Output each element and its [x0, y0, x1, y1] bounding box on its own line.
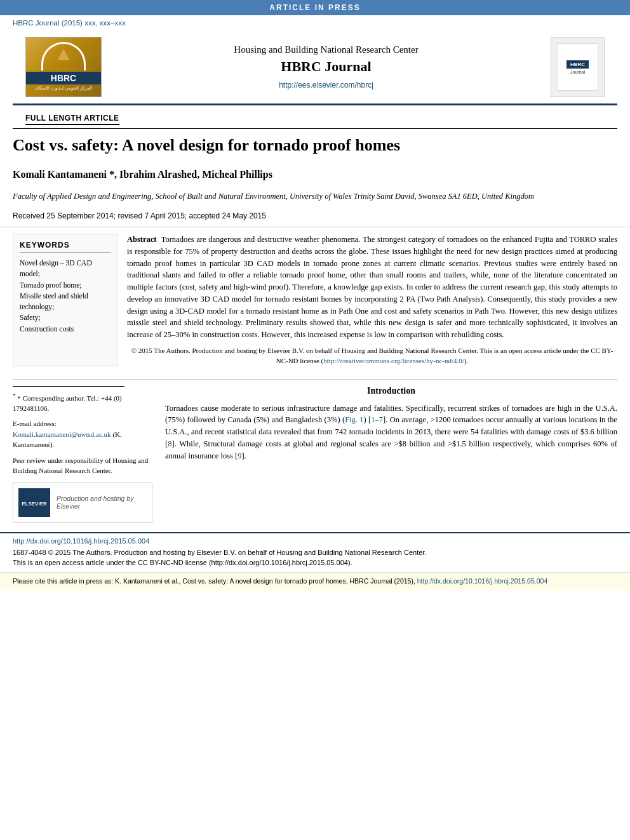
keyword-item: Novel design – 3D CAD model; [20, 258, 111, 280]
footnote-area: * * Corresponding author. Tel.: +44 (0) … [13, 386, 152, 523]
ref1-7-link[interactable]: 1–7 [371, 415, 383, 424]
logo-hbrc-text: HBRC [26, 72, 101, 84]
hbrc-small-label: HBRC [566, 60, 589, 69]
abstract-text: Abstract Tornadoes are dangerous and des… [127, 234, 617, 341]
article-title-section: Cost vs. safety: A novel design for torn… [0, 129, 630, 169]
received-line: Received 25 September 2014; revised 7 Ap… [0, 208, 630, 227]
authors: Komali Kantamaneni *, Ibrahim Alrashed, … [13, 169, 617, 180]
elsevier-caption: Production and hosting by Elsevier [57, 495, 147, 510]
journal-url-link[interactable]: http://ees.elsevier.com/hbrcj [279, 81, 373, 90]
fig1-link[interactable]: Fig. 1 [345, 415, 363, 424]
hbrc-logo-right: HBRC Journal [551, 37, 605, 97]
journal-header: HBRC المركز القومي لبحوث الإسكان Housing… [13, 30, 617, 105]
main-content: KEYWORDS Novel design – 3D CAD model; To… [0, 227, 630, 373]
bottom-doi-link[interactable]: http://dx.doi.org/10.1016/j.hbrcj.2015.0… [417, 577, 547, 585]
abstract-column: Abstract Tornadoes are dangerous and des… [127, 234, 617, 366]
introduction-section: * * Corresponding author. Tel.: +44 (0) … [0, 386, 630, 523]
journal-small-label: Journal [570, 70, 585, 74]
content-divider [13, 379, 617, 380]
ref8-link[interactable]: 8 [168, 439, 171, 448]
hbrc-logo-right-inner: HBRC Journal [557, 43, 598, 91]
institution-name: Housing and Building National Research C… [114, 44, 538, 55]
abstract-content: Tornadoes are dangerous and destructive … [127, 235, 617, 339]
footnote-divider [13, 386, 124, 387]
logo-arch [41, 42, 86, 70]
article-type-label: FULL LENGTH ARTICLE [25, 114, 119, 125]
journal-title: HBRC Journal [114, 58, 538, 75]
footnote-corresponding: * * Corresponding author. Tel.: +44 (0) … [13, 392, 152, 414]
keyword-item: Tornado proof home; [20, 280, 111, 291]
abstract-license-text: © 2015 The Authors. Production and hosti… [127, 346, 617, 366]
article-in-press-banner: ARTICLE IN PRESS [0, 0, 630, 15]
keywords-column: KEYWORDS Novel design – 3D CAD model; To… [13, 234, 117, 366]
authors-section: Komali Kantamaneni *, Ibrahim Alrashed, … [0, 169, 630, 191]
journal-info-center: Housing and Building National Research C… [102, 44, 551, 90]
footer-license-text: 1687-4048 © 2015 The Authors. Production… [13, 547, 617, 568]
keywords-title: KEYWORDS [20, 241, 111, 253]
footer-section: http://dx.doi.org/10.1016/j.hbrcj.2015.0… [0, 532, 630, 572]
logo-arabic-text: المركز القومي لبحوث الإسكان [32, 84, 95, 92]
footnote-peer-review: Peer review under responsibility of Hous… [13, 455, 152, 476]
article-type-section: FULL LENGTH ARTICLE [13, 105, 617, 129]
journal-ref-link[interactable]: HBRC Journal (2015) xxx, xxx–xxx [13, 19, 126, 27]
elsevier-logo-box: ELSEVIER Production and hosting by Elsev… [13, 483, 152, 523]
footnote-email: E-mail address: Komali.kantamaneni@uwtsd… [13, 418, 152, 450]
abstract-license-url[interactable]: http://creativecommons.org/licenses/by-n… [323, 357, 464, 364]
doi-line: http://dx.doi.org/10.1016/j.hbrcj.2015.0… [13, 537, 617, 545]
abstract-label: Abstract [127, 235, 157, 244]
footnote-email-link[interactable]: Komali.kantamaneni@uwtsd.ac.uk [13, 430, 111, 438]
keyword-item: Missile steel and shield technology; [20, 291, 111, 313]
journal-ref-line: HBRC Journal (2015) xxx, xxx–xxx [0, 15, 630, 30]
svg-text:ELSEVIER: ELSEVIER [22, 501, 47, 507]
ref9-link[interactable]: 9 [238, 451, 241, 460]
keyword-item: Construction costs [20, 324, 111, 335]
introduction-heading: Introduction [165, 386, 617, 396]
introduction-text-area: Introduction Tornadoes cause moderate to… [165, 386, 617, 523]
elsevier-logo: ELSEVIER [18, 488, 50, 517]
footer-issn: 1687-4048 [13, 549, 46, 556]
bottom-notice: Please cite this article in press as: K.… [0, 572, 630, 590]
introduction-paragraph: Tornadoes cause moderate to serious infr… [165, 403, 617, 462]
hbrc-logo-left: HBRC المركز القومي لبحوث الإسكان [25, 37, 102, 97]
keyword-item: Safety; [20, 312, 111, 323]
article-title: Cost vs. safety: A novel design for torn… [13, 135, 617, 156]
affiliation: Faculty of Applied Design and Engineerin… [0, 191, 630, 203]
doi-link[interactable]: http://dx.doi.org/10.1016/j.hbrcj.2015.0… [13, 537, 149, 545]
